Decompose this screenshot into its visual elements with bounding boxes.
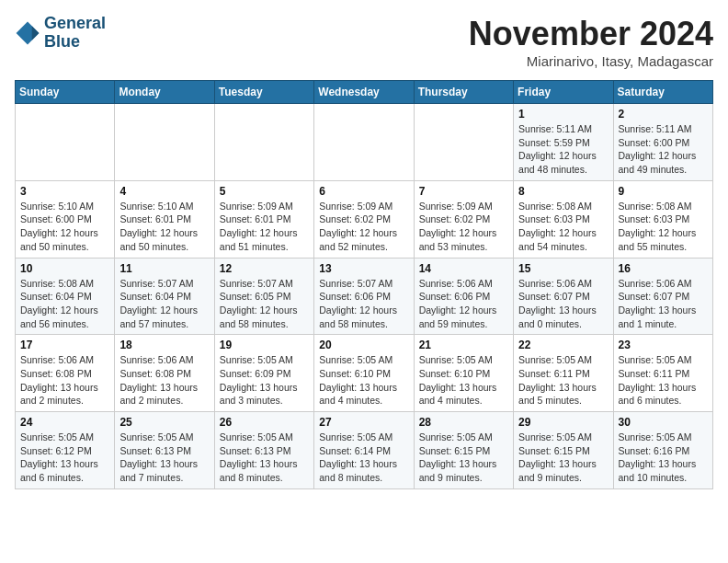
day-number: 16: [619, 262, 708, 275]
day-info: Sunrise: 5:05 AM Sunset: 6:15 PM Dayligh…: [419, 431, 508, 485]
calendar-cell: [414, 104, 513, 181]
day-number: 6: [319, 185, 408, 198]
day-number: 17: [20, 339, 109, 351]
day-number: 25: [119, 416, 209, 429]
weekday-header: Wednesday: [314, 81, 414, 104]
calendar-cell: 1Sunrise: 5:11 AM Sunset: 5:59 PM Daylig…: [514, 104, 613, 181]
day-info: Sunrise: 5:05 AM Sunset: 6:11 PM Dayligh…: [619, 353, 708, 408]
day-number: 26: [220, 416, 309, 429]
svg-marker-1: [32, 26, 40, 40]
calendar-week-row: 24Sunrise: 5:05 AM Sunset: 6:12 PM Dayli…: [16, 412, 713, 489]
day-number: 1: [518, 108, 608, 121]
calendar-cell: 17Sunrise: 5:06 AM Sunset: 6:08 PM Dayli…: [16, 335, 115, 412]
day-number: 24: [20, 416, 109, 429]
calendar-cell: 11Sunrise: 5:07 AM Sunset: 6:04 PM Dayli…: [115, 258, 214, 335]
day-info: Sunrise: 5:05 AM Sunset: 6:13 PM Dayligh…: [220, 431, 309, 485]
day-number: 15: [518, 262, 608, 275]
day-number: 21: [419, 339, 508, 351]
day-info: Sunrise: 5:06 AM Sunset: 6:07 PM Dayligh…: [518, 277, 608, 331]
day-info: Sunrise: 5:05 AM Sunset: 6:13 PM Dayligh…: [119, 431, 209, 485]
day-number: 11: [119, 262, 209, 275]
day-number: 28: [419, 416, 508, 429]
day-number: 10: [20, 262, 109, 275]
day-info: Sunrise: 5:10 AM Sunset: 6:01 PM Dayligh…: [119, 200, 209, 254]
day-info: Sunrise: 5:05 AM Sunset: 6:11 PM Dayligh…: [518, 353, 608, 408]
day-info: Sunrise: 5:06 AM Sunset: 6:06 PM Dayligh…: [419, 277, 508, 331]
calendar-cell: 3Sunrise: 5:10 AM Sunset: 6:00 PM Daylig…: [16, 180, 115, 258]
calendar-cell: 15Sunrise: 5:06 AM Sunset: 6:07 PM Dayli…: [514, 258, 613, 335]
calendar-cell: 16Sunrise: 5:06 AM Sunset: 6:07 PM Dayli…: [613, 258, 712, 335]
calendar-cell: 30Sunrise: 5:05 AM Sunset: 6:16 PM Dayli…: [613, 412, 712, 489]
weekday-header: Monday: [115, 81, 214, 104]
calendar-week-row: 1Sunrise: 5:11 AM Sunset: 5:59 PM Daylig…: [16, 104, 713, 181]
day-number: 9: [619, 185, 708, 198]
day-info: Sunrise: 5:11 AM Sunset: 5:59 PM Dayligh…: [518, 122, 608, 177]
page-header: General Blue November 2024 Miarinarivo, …: [15, 15, 713, 69]
day-info: Sunrise: 5:05 AM Sunset: 6:10 PM Dayligh…: [319, 353, 408, 408]
calendar-cell: 27Sunrise: 5:05 AM Sunset: 6:14 PM Dayli…: [314, 412, 414, 489]
day-number: 2: [619, 108, 708, 121]
calendar-cell: 14Sunrise: 5:06 AM Sunset: 6:06 PM Dayli…: [414, 258, 513, 335]
calendar-week-row: 3Sunrise: 5:10 AM Sunset: 6:00 PM Daylig…: [16, 180, 713, 258]
day-number: 8: [518, 185, 608, 198]
calendar-cell: 6Sunrise: 5:09 AM Sunset: 6:02 PM Daylig…: [314, 180, 414, 258]
calendar-cell: 29Sunrise: 5:05 AM Sunset: 6:15 PM Dayli…: [514, 412, 613, 489]
day-number: 29: [518, 416, 608, 429]
day-number: 5: [220, 185, 309, 198]
day-info: Sunrise: 5:05 AM Sunset: 6:15 PM Dayligh…: [518, 431, 608, 485]
location: Miarinarivo, Itasy, Madagascar: [469, 53, 713, 69]
logo-icon: [15, 20, 40, 46]
calendar-cell: 10Sunrise: 5:08 AM Sunset: 6:04 PM Dayli…: [16, 258, 115, 335]
calendar-cell: 9Sunrise: 5:08 AM Sunset: 6:03 PM Daylig…: [613, 180, 712, 258]
calendar-cell: 28Sunrise: 5:05 AM Sunset: 6:15 PM Dayli…: [414, 412, 513, 489]
logo: General Blue: [15, 15, 106, 52]
day-info: Sunrise: 5:09 AM Sunset: 6:02 PM Dayligh…: [419, 200, 508, 254]
calendar-cell: 25Sunrise: 5:05 AM Sunset: 6:13 PM Dayli…: [115, 412, 214, 489]
calendar-cell: [16, 104, 115, 181]
calendar-cell: 21Sunrise: 5:05 AM Sunset: 6:10 PM Dayli…: [414, 335, 513, 412]
calendar-cell: 8Sunrise: 5:08 AM Sunset: 6:03 PM Daylig…: [514, 180, 613, 258]
calendar-cell: 2Sunrise: 5:11 AM Sunset: 6:00 PM Daylig…: [613, 104, 712, 181]
day-number: 22: [518, 339, 608, 351]
weekday-header: Friday: [514, 81, 613, 104]
calendar-cell: 13Sunrise: 5:07 AM Sunset: 6:06 PM Dayli…: [314, 258, 414, 335]
day-info: Sunrise: 5:09 AM Sunset: 6:02 PM Dayligh…: [319, 200, 408, 254]
calendar-cell: 18Sunrise: 5:06 AM Sunset: 6:08 PM Dayli…: [115, 335, 214, 412]
calendar-week-row: 17Sunrise: 5:06 AM Sunset: 6:08 PM Dayli…: [16, 335, 713, 412]
day-info: Sunrise: 5:05 AM Sunset: 6:14 PM Dayligh…: [319, 431, 408, 485]
calendar-cell: 20Sunrise: 5:05 AM Sunset: 6:10 PM Dayli…: [314, 335, 414, 412]
calendar-cell: 24Sunrise: 5:05 AM Sunset: 6:12 PM Dayli…: [16, 412, 115, 489]
day-number: 18: [119, 339, 209, 351]
day-number: 19: [220, 339, 309, 351]
calendar-week-row: 10Sunrise: 5:08 AM Sunset: 6:04 PM Dayli…: [16, 258, 713, 335]
calendar-cell: 26Sunrise: 5:05 AM Sunset: 6:13 PM Dayli…: [214, 412, 313, 489]
day-number: 27: [319, 416, 408, 429]
calendar-table: SundayMondayTuesdayWednesdayThursdayFrid…: [15, 80, 713, 489]
day-number: 30: [619, 416, 708, 429]
logo-text: General Blue: [44, 15, 106, 52]
title-block: November 2024 Miarinarivo, Itasy, Madaga…: [469, 15, 713, 69]
day-number: 20: [319, 339, 408, 351]
weekday-header-row: SundayMondayTuesdayWednesdayThursdayFrid…: [16, 81, 713, 104]
calendar-cell: 4Sunrise: 5:10 AM Sunset: 6:01 PM Daylig…: [115, 180, 214, 258]
weekday-header: Sunday: [16, 81, 115, 104]
calendar-cell: 19Sunrise: 5:05 AM Sunset: 6:09 PM Dayli…: [214, 335, 313, 412]
day-info: Sunrise: 5:07 AM Sunset: 6:04 PM Dayligh…: [119, 277, 209, 331]
day-info: Sunrise: 5:06 AM Sunset: 6:08 PM Dayligh…: [119, 353, 209, 408]
day-info: Sunrise: 5:10 AM Sunset: 6:00 PM Dayligh…: [20, 200, 109, 254]
calendar-cell: 22Sunrise: 5:05 AM Sunset: 6:11 PM Dayli…: [514, 335, 613, 412]
day-info: Sunrise: 5:06 AM Sunset: 6:08 PM Dayligh…: [20, 353, 109, 408]
day-info: Sunrise: 5:05 AM Sunset: 6:09 PM Dayligh…: [220, 353, 309, 408]
day-info: Sunrise: 5:07 AM Sunset: 6:06 PM Dayligh…: [319, 277, 408, 331]
calendar-cell: [115, 104, 214, 181]
day-info: Sunrise: 5:08 AM Sunset: 6:04 PM Dayligh…: [20, 277, 109, 331]
day-number: 14: [419, 262, 508, 275]
day-number: 12: [220, 262, 309, 275]
calendar-cell: [214, 104, 313, 181]
day-number: 3: [20, 185, 109, 198]
day-info: Sunrise: 5:05 AM Sunset: 6:10 PM Dayligh…: [419, 353, 508, 408]
day-info: Sunrise: 5:08 AM Sunset: 6:03 PM Dayligh…: [619, 200, 708, 254]
day-info: Sunrise: 5:07 AM Sunset: 6:05 PM Dayligh…: [220, 277, 309, 331]
calendar-cell: 7Sunrise: 5:09 AM Sunset: 6:02 PM Daylig…: [414, 180, 513, 258]
day-info: Sunrise: 5:11 AM Sunset: 6:00 PM Dayligh…: [619, 122, 708, 177]
